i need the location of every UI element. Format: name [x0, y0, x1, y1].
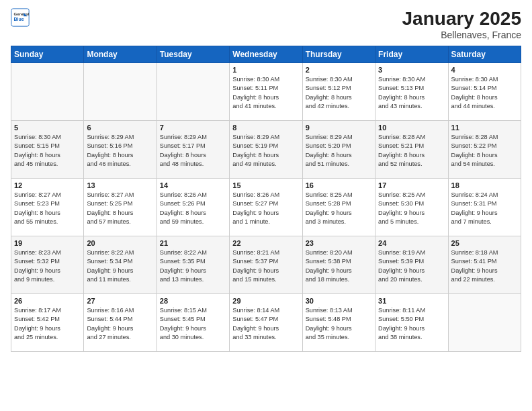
- day-cell: 14Sunrise: 8:26 AM Sunset: 5:26 PM Dayli…: [157, 179, 229, 236]
- day-info: Sunrise: 8:11 AM Sunset: 5:50 PM Dayligh…: [378, 306, 445, 342]
- day-number: 20: [87, 239, 153, 247]
- day-number: 22: [232, 239, 299, 247]
- day-cell: [84, 63, 157, 121]
- day-info: Sunrise: 8:26 AM Sunset: 5:26 PM Dayligh…: [160, 191, 226, 226]
- weekday-header-wednesday: Wednesday: [230, 46, 302, 63]
- day-cell: 31Sunrise: 8:11 AM Sunset: 5:50 PM Dayli…: [375, 294, 448, 352]
- day-cell: 8Sunrise: 8:29 AM Sunset: 5:19 PM Daylig…: [230, 121, 302, 179]
- day-number: 7: [160, 124, 226, 132]
- day-number: 4: [451, 66, 518, 74]
- day-info: Sunrise: 8:27 AM Sunset: 5:23 PM Dayligh…: [14, 191, 81, 226]
- day-cell: 30Sunrise: 8:13 AM Sunset: 5:48 PM Dayli…: [302, 294, 375, 352]
- day-cell: 16Sunrise: 8:25 AM Sunset: 5:28 PM Dayli…: [302, 179, 375, 236]
- weekday-header-saturday: Saturday: [448, 46, 521, 63]
- day-cell: [448, 294, 521, 352]
- day-cell: 11Sunrise: 8:28 AM Sunset: 5:22 PM Dayli…: [448, 121, 521, 179]
- day-cell: 27Sunrise: 8:16 AM Sunset: 5:44 PM Dayli…: [84, 294, 157, 352]
- day-number: 18: [451, 181, 518, 189]
- day-info: Sunrise: 8:30 AM Sunset: 5:14 PM Dayligh…: [451, 75, 518, 111]
- day-number: 21: [160, 239, 226, 247]
- day-info: Sunrise: 8:29 AM Sunset: 5:19 PM Dayligh…: [232, 133, 299, 169]
- day-number: 9: [306, 124, 372, 132]
- day-number: 19: [14, 239, 81, 247]
- day-number: 28: [160, 297, 226, 305]
- day-cell: 22Sunrise: 8:21 AM Sunset: 5:37 PM Dayli…: [230, 236, 302, 294]
- day-info: Sunrise: 8:21 AM Sunset: 5:37 PM Dayligh…: [232, 248, 299, 284]
- day-cell: 15Sunrise: 8:26 AM Sunset: 5:27 PM Dayli…: [230, 179, 302, 236]
- day-info: Sunrise: 8:26 AM Sunset: 5:27 PM Dayligh…: [232, 191, 299, 226]
- day-number: 30: [306, 297, 372, 305]
- day-number: 24: [378, 239, 445, 247]
- day-info: Sunrise: 8:25 AM Sunset: 5:28 PM Dayligh…: [306, 191, 372, 226]
- day-info: Sunrise: 8:22 AM Sunset: 5:35 PM Dayligh…: [160, 248, 226, 284]
- day-cell: 2Sunrise: 8:30 AM Sunset: 5:12 PM Daylig…: [302, 63, 375, 121]
- day-cell: 25Sunrise: 8:18 AM Sunset: 5:41 PM Dayli…: [448, 236, 521, 294]
- weekday-header-thursday: Thursday: [302, 46, 375, 63]
- day-number: 29: [232, 297, 299, 305]
- day-cell: 13Sunrise: 8:27 AM Sunset: 5:25 PM Dayli…: [84, 179, 157, 236]
- day-info: Sunrise: 8:30 AM Sunset: 5:12 PM Dayligh…: [306, 75, 372, 111]
- weekday-header-monday: Monday: [84, 46, 157, 63]
- day-number: 15: [232, 181, 299, 189]
- weekday-header-friday: Friday: [375, 46, 448, 63]
- day-info: Sunrise: 8:27 AM Sunset: 5:25 PM Dayligh…: [87, 191, 153, 226]
- week-row-5: 26Sunrise: 8:17 AM Sunset: 5:42 PM Dayli…: [11, 294, 521, 352]
- day-cell: 4Sunrise: 8:30 AM Sunset: 5:14 PM Daylig…: [448, 63, 521, 121]
- day-number: 3: [378, 66, 445, 74]
- day-info: Sunrise: 8:17 AM Sunset: 5:42 PM Dayligh…: [14, 306, 81, 342]
- day-info: Sunrise: 8:16 AM Sunset: 5:44 PM Dayligh…: [87, 306, 153, 342]
- day-cell: 19Sunrise: 8:23 AM Sunset: 5:32 PM Dayli…: [11, 236, 84, 294]
- day-cell: [157, 63, 229, 121]
- day-cell: 10Sunrise: 8:28 AM Sunset: 5:21 PM Dayli…: [375, 121, 448, 179]
- day-info: Sunrise: 8:29 AM Sunset: 5:16 PM Dayligh…: [87, 133, 153, 169]
- day-cell: 1Sunrise: 8:30 AM Sunset: 5:11 PM Daylig…: [230, 63, 302, 121]
- day-number: 17: [378, 181, 445, 189]
- day-number: 25: [451, 239, 518, 247]
- week-row-4: 19Sunrise: 8:23 AM Sunset: 5:32 PM Dayli…: [11, 236, 521, 294]
- day-info: Sunrise: 8:29 AM Sunset: 5:20 PM Dayligh…: [306, 133, 372, 169]
- day-cell: 24Sunrise: 8:19 AM Sunset: 5:39 PM Dayli…: [375, 236, 448, 294]
- svg-text:Blue: Blue: [13, 17, 24, 21]
- day-info: Sunrise: 8:14 AM Sunset: 5:47 PM Dayligh…: [232, 306, 299, 342]
- day-number: 16: [306, 181, 372, 189]
- logo: General Blue: [11, 8, 30, 27]
- month-title: January 2025: [402, 8, 521, 30]
- day-number: 1: [232, 66, 299, 74]
- day-cell: 23Sunrise: 8:20 AM Sunset: 5:38 PM Dayli…: [302, 236, 375, 294]
- day-number: 5: [14, 124, 81, 132]
- day-number: 26: [14, 297, 81, 305]
- day-number: 14: [160, 181, 226, 189]
- day-cell: [11, 63, 84, 121]
- day-info: Sunrise: 8:28 AM Sunset: 5:22 PM Dayligh…: [451, 133, 518, 169]
- week-row-2: 5Sunrise: 8:30 AM Sunset: 5:15 PM Daylig…: [11, 121, 521, 179]
- weekday-header-tuesday: Tuesday: [157, 46, 229, 63]
- day-info: Sunrise: 8:19 AM Sunset: 5:39 PM Dayligh…: [378, 248, 445, 284]
- day-info: Sunrise: 8:29 AM Sunset: 5:17 PM Dayligh…: [160, 133, 226, 169]
- day-number: 13: [87, 181, 153, 189]
- title-block: January 2025 Bellenaves, France: [402, 8, 521, 40]
- week-row-1: 1Sunrise: 8:30 AM Sunset: 5:11 PM Daylig…: [11, 63, 521, 121]
- day-info: Sunrise: 8:24 AM Sunset: 5:31 PM Dayligh…: [451, 191, 518, 226]
- day-number: 10: [378, 124, 445, 132]
- day-cell: 7Sunrise: 8:29 AM Sunset: 5:17 PM Daylig…: [157, 121, 229, 179]
- day-cell: 12Sunrise: 8:27 AM Sunset: 5:23 PM Dayli…: [11, 179, 84, 236]
- week-row-3: 12Sunrise: 8:27 AM Sunset: 5:23 PM Dayli…: [11, 179, 521, 236]
- day-info: Sunrise: 8:20 AM Sunset: 5:38 PM Dayligh…: [306, 248, 372, 284]
- header: General Blue January 2025 Bellenaves, Fr…: [11, 8, 521, 40]
- day-cell: 6Sunrise: 8:29 AM Sunset: 5:16 PM Daylig…: [84, 121, 157, 179]
- location: Bellenaves, France: [402, 30, 521, 40]
- day-cell: 17Sunrise: 8:25 AM Sunset: 5:30 PM Dayli…: [375, 179, 448, 236]
- day-number: 8: [232, 124, 299, 132]
- day-info: Sunrise: 8:22 AM Sunset: 5:34 PM Dayligh…: [87, 248, 153, 284]
- day-number: 6: [87, 124, 153, 132]
- day-cell: 29Sunrise: 8:14 AM Sunset: 5:47 PM Dayli…: [230, 294, 302, 352]
- day-number: 11: [451, 124, 518, 132]
- day-cell: 26Sunrise: 8:17 AM Sunset: 5:42 PM Dayli…: [11, 294, 84, 352]
- day-cell: 5Sunrise: 8:30 AM Sunset: 5:15 PM Daylig…: [11, 121, 84, 179]
- day-info: Sunrise: 8:18 AM Sunset: 5:41 PM Dayligh…: [451, 248, 518, 284]
- day-cell: 3Sunrise: 8:30 AM Sunset: 5:13 PM Daylig…: [375, 63, 448, 121]
- page: General Blue January 2025 Bellenaves, Fr…: [0, 0, 532, 411]
- day-cell: 28Sunrise: 8:15 AM Sunset: 5:45 PM Dayli…: [157, 294, 229, 352]
- day-cell: 18Sunrise: 8:24 AM Sunset: 5:31 PM Dayli…: [448, 179, 521, 236]
- day-number: 12: [14, 181, 81, 189]
